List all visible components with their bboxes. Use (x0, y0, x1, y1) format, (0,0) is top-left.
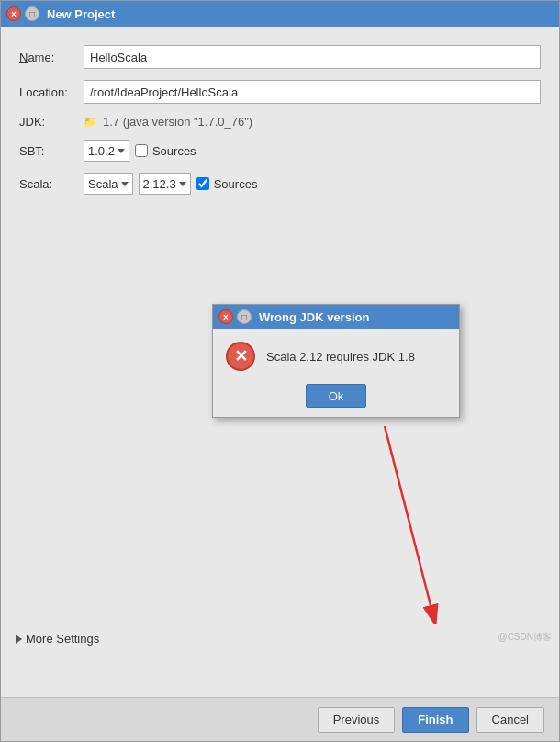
location-label: Location: (19, 85, 84, 99)
dialog-footer: Ok (213, 380, 459, 417)
main-window: × □ New Project Name: Location: JDK: 📁 1… (0, 0, 560, 742)
scala-label: Scala: (19, 177, 84, 191)
sbt-label: SBT: (19, 144, 84, 158)
name-row: Name: (19, 45, 541, 69)
dialog-close-button[interactable]: × (218, 309, 233, 324)
name-label: Name: (19, 51, 84, 64)
dialog-message: Scala 2.12 requires JDK 1.8 (266, 350, 415, 364)
folder-icon: 📁 (84, 116, 97, 129)
sbt-version-dropdown[interactable]: 1.0.2 (84, 140, 129, 162)
jdk-row: JDK: 📁 1.7 (java version "1.7.0_76") (19, 115, 541, 129)
scala-sources-checkbox[interactable]: Sources (196, 177, 258, 191)
error-dialog: × □ Wrong JDK version ✕ Scala 2.12 requi… (212, 304, 460, 418)
scala-version-arrow-icon (179, 182, 186, 186)
title-bar-controls: × □ (6, 6, 39, 21)
jdk-selector[interactable]: 📁 1.7 (java version "1.7.0_76") (84, 115, 252, 129)
dialog-title: Wrong JDK version (259, 310, 369, 324)
scala-row: Scala: Scala 2.12.3 Sources (19, 173, 541, 195)
more-settings-arrow-icon (16, 635, 22, 644)
scala-sources-label: Sources (214, 177, 258, 191)
sbt-sources-checkbox[interactable]: Sources (135, 144, 196, 158)
scala-sources-check[interactable] (196, 177, 209, 190)
sbt-dropdown-arrow-icon (118, 149, 125, 153)
scala-version-text: 2.12.3 (143, 177, 176, 191)
scala-type-text: Scala (88, 177, 118, 191)
location-row: Location: (19, 80, 541, 104)
bottom-bar: Previous Finish Cancel (1, 697, 559, 741)
sbt-controls: 1.0.2 Sources (84, 140, 196, 162)
dialog-title-bar: × □ Wrong JDK version (213, 305, 459, 329)
window-title: New Project (47, 7, 115, 21)
red-arrow-annotation (284, 412, 449, 624)
name-label-text: Name: (19, 51, 54, 64)
sbt-version-text: 1.0.2 (88, 144, 115, 158)
dialog-title-controls: × □ (218, 309, 252, 324)
jdk-label: JDK: (19, 115, 84, 129)
finish-button[interactable]: Finish (402, 707, 468, 733)
error-icon: ✕ (226, 342, 255, 371)
sbt-sources-label: Sources (152, 144, 196, 158)
minimize-button[interactable]: □ (25, 6, 39, 21)
scala-type-dropdown[interactable]: Scala (84, 173, 133, 195)
close-button[interactable]: × (6, 6, 21, 21)
bottom-watermark: @CSDN博客 (498, 631, 553, 644)
svg-line-1 (385, 426, 431, 605)
name-input[interactable] (84, 45, 541, 69)
scala-type-arrow-icon (121, 182, 129, 186)
cancel-button[interactable]: Cancel (476, 707, 544, 733)
jdk-value: 1.7 (java version "1.7.0_76") (103, 115, 252, 129)
scala-controls: Scala 2.12.3 Sources (84, 173, 257, 195)
sbt-sources-check[interactable] (135, 144, 148, 157)
previous-button[interactable]: Previous (318, 707, 396, 733)
dialog-ok-button[interactable]: Ok (306, 384, 367, 408)
more-settings-toggle[interactable]: More Settings (16, 632, 99, 646)
scala-version-dropdown[interactable]: 2.12.3 (139, 173, 191, 195)
dialog-minimize-button[interactable]: □ (237, 309, 252, 324)
more-settings-label: More Settings (26, 632, 99, 646)
sbt-row: SBT: 1.0.2 Sources (19, 140, 541, 162)
location-input[interactable] (84, 80, 541, 104)
dialog-body: ✕ Scala 2.12 requires JDK 1.8 (213, 329, 459, 380)
main-title-bar: × □ New Project (1, 1, 559, 27)
error-icon-circle: ✕ (226, 342, 255, 371)
